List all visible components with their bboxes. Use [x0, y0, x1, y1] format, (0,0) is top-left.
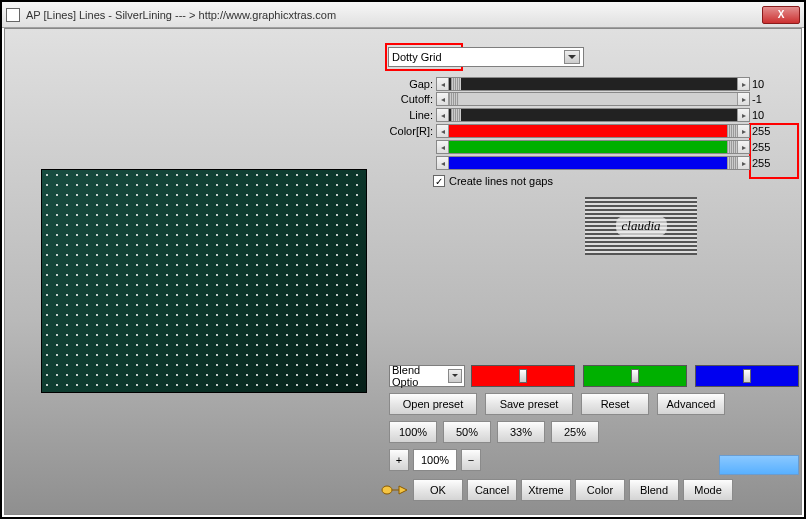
- color-button[interactable]: Color: [575, 479, 625, 501]
- row-color-b: ◂ ▸ 255: [389, 156, 780, 170]
- titlebar: AP [Lines] Lines - SilverLining --- > ht…: [2, 2, 804, 28]
- blend-slider-green[interactable]: [583, 365, 687, 387]
- value-cutoff: -1: [752, 93, 780, 105]
- label-color-r: Color[R]:: [389, 125, 433, 137]
- arrow-right-icon[interactable]: ▸: [737, 78, 749, 90]
- label-line: Line:: [389, 109, 433, 121]
- checkbox-label: Create lines not gaps: [449, 175, 553, 187]
- arrow-left-icon[interactable]: ◂: [437, 125, 449, 137]
- row-color-r: Color[R]: ◂ ▸ 255: [389, 124, 780, 138]
- arrow-left-icon[interactable]: ◂: [437, 141, 449, 153]
- value-gap: 10: [752, 78, 780, 90]
- open-preset-button[interactable]: Open preset: [389, 393, 477, 415]
- slider-red[interactable]: ◂ ▸: [436, 124, 750, 138]
- arrow-right-icon[interactable]: ▸: [737, 109, 749, 121]
- app-icon: [6, 8, 20, 22]
- preset-dropdown[interactable]: Dotty Grid: [388, 47, 584, 67]
- value-line: 10: [752, 109, 780, 121]
- slider-blue[interactable]: ◂ ▸: [436, 156, 750, 170]
- check-icon: ✓: [433, 175, 445, 187]
- value-green: 255: [752, 141, 780, 153]
- row-color-g: ◂ ▸ 255: [389, 140, 780, 154]
- label-gap: Gap:: [389, 78, 433, 90]
- zoom-out-button[interactable]: −: [461, 449, 481, 471]
- row-line: Line: ◂ ▸ 10: [389, 108, 780, 122]
- arrow-right-icon[interactable]: ▸: [737, 141, 749, 153]
- blend-option-label: Blend Optio: [392, 364, 448, 388]
- checkbox-create-lines[interactable]: ✓ Create lines not gaps: [433, 175, 553, 187]
- xtreme-button[interactable]: Xtreme: [521, 479, 571, 501]
- pointing-hand-icon: [381, 481, 409, 499]
- zoom-50-button[interactable]: 50%: [443, 421, 491, 443]
- slider-green[interactable]: ◂ ▸: [436, 140, 750, 154]
- zoom-100-button[interactable]: 100%: [389, 421, 437, 443]
- slider-gap[interactable]: ◂ ▸: [436, 77, 750, 91]
- blend-slider-red[interactable]: [471, 365, 575, 387]
- zoom-25-button[interactable]: 25%: [551, 421, 599, 443]
- content-area: Dotty Grid Gap: ◂ ▸ 10 Cutoff: ◂ ▸ -1 Li…: [4, 28, 802, 515]
- save-preset-button[interactable]: Save preset: [485, 393, 573, 415]
- window-title: AP [Lines] Lines - SilverLining --- > ht…: [26, 9, 336, 21]
- reset-button[interactable]: Reset: [581, 393, 649, 415]
- blend-slider-blue[interactable]: [695, 365, 799, 387]
- arrow-right-icon[interactable]: ▸: [737, 93, 749, 105]
- svg-point-0: [382, 486, 392, 494]
- mode-button[interactable]: Mode: [683, 479, 733, 501]
- blend-button[interactable]: Blend: [629, 479, 679, 501]
- cancel-button[interactable]: Cancel: [467, 479, 517, 501]
- arrow-right-icon[interactable]: ▸: [737, 157, 749, 169]
- logo-text: claudia: [616, 216, 667, 236]
- arrow-left-icon[interactable]: ◂: [437, 109, 449, 121]
- ok-button[interactable]: OK: [413, 479, 463, 501]
- row-cutoff: Cutoff: ◂ ▸ -1: [389, 92, 780, 106]
- label-cutoff: Cutoff:: [389, 93, 433, 105]
- preset-selected: Dotty Grid: [392, 51, 442, 63]
- chevron-down-icon: [448, 369, 462, 383]
- slider-cutoff[interactable]: ◂ ▸: [436, 92, 750, 106]
- zoom-in-button[interactable]: +: [389, 449, 409, 471]
- preview-image: [41, 169, 367, 393]
- advanced-button[interactable]: Advanced: [657, 393, 725, 415]
- chevron-down-icon: [564, 50, 580, 64]
- arrow-left-icon[interactable]: ◂: [437, 157, 449, 169]
- blend-option-dropdown[interactable]: Blend Optio: [389, 365, 465, 387]
- zoom-value[interactable]: 100%: [413, 449, 457, 471]
- color-swatch[interactable]: [719, 455, 799, 475]
- zoom-33-button[interactable]: 33%: [497, 421, 545, 443]
- logo: claudia: [585, 197, 697, 255]
- arrow-right-icon[interactable]: ▸: [737, 125, 749, 137]
- arrow-left-icon[interactable]: ◂: [437, 78, 449, 90]
- value-red: 255: [752, 125, 780, 137]
- arrow-left-icon[interactable]: ◂: [437, 93, 449, 105]
- value-blue: 255: [752, 157, 780, 169]
- slider-line[interactable]: ◂ ▸: [436, 108, 750, 122]
- close-button[interactable]: X: [762, 6, 800, 24]
- plugin-window: AP [Lines] Lines - SilverLining --- > ht…: [0, 0, 806, 519]
- row-gap: Gap: ◂ ▸ 10: [389, 77, 780, 91]
